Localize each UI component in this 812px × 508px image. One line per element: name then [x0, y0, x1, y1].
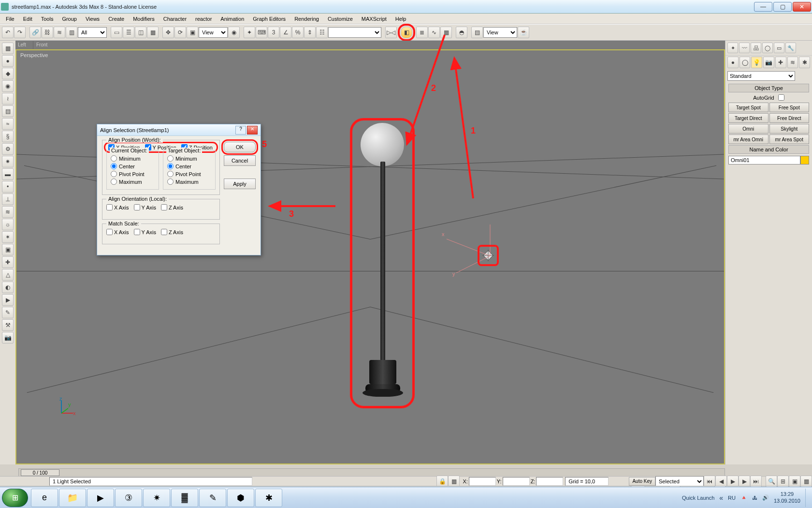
free-spot-button[interactable]: Free Spot — [769, 103, 810, 112]
keyboard-shortcut-icon[interactable]: ⌨ — [256, 27, 267, 38]
menu-create[interactable]: Create — [104, 15, 128, 23]
name-color-rollout[interactable]: Name and Color — [728, 145, 809, 154]
scale-x-checkbox[interactable]: X Axis — [106, 229, 129, 235]
schematic-view-icon[interactable]: ▦ — [440, 27, 452, 38]
ok-button[interactable]: OK — [224, 142, 256, 152]
select-object-icon[interactable]: ▭ — [111, 27, 122, 38]
hierarchy-tab-icon[interactable]: 品 — [751, 43, 761, 53]
display-tab-icon[interactable]: ▭ — [774, 43, 784, 53]
orient-z-checkbox[interactable]: Z Axis — [161, 204, 183, 210]
menu-help[interactable]: Help — [392, 15, 410, 23]
target-pivot-radio[interactable]: Pivot Point — [167, 171, 211, 177]
render-type-dropdown[interactable]: View — [483, 27, 517, 38]
curve-editor-icon[interactable]: ∿ — [428, 27, 440, 38]
object-color-swatch[interactable] — [800, 156, 809, 164]
link-icon[interactable]: 🔗 — [29, 27, 41, 38]
spacewarps-cat-icon[interactable]: ≋ — [787, 57, 798, 68]
zoom-icon[interactable]: 🔍 — [766, 476, 777, 487]
zoom-extents-all-icon[interactable]: ▦ — [800, 476, 812, 487]
minimize-button[interactable]: — — [754, 2, 772, 12]
menu-reactor[interactable]: reactor — [191, 15, 216, 23]
absolute-transform-icon[interactable]: ▦ — [448, 476, 460, 487]
select-move-icon[interactable]: ✥ — [162, 27, 174, 38]
target-maximum-radio[interactable]: Maximum — [167, 179, 211, 185]
quick-launch-label[interactable]: Quick Launch — [682, 495, 714, 501]
orient-y-checkbox[interactable]: Y Axis — [134, 204, 156, 210]
tray-clock[interactable]: 13:29 13.09.2010 — [774, 491, 800, 504]
edit-named-sel-icon[interactable]: ☷ — [316, 27, 328, 38]
current-maximum-radio[interactable]: Maximum — [111, 179, 155, 185]
menu-edit[interactable]: Edit — [19, 15, 36, 23]
zoom-all-icon[interactable]: ⊞ — [777, 476, 789, 487]
helpers-cat-icon[interactable]: ✚ — [775, 57, 786, 68]
next-frame-icon[interactable]: ▶ — [739, 476, 750, 487]
apply-button[interactable]: Apply — [224, 179, 256, 189]
scale-z-checkbox[interactable]: Z Axis — [161, 229, 183, 235]
quick-render-icon[interactable]: ☕ — [518, 27, 529, 38]
geometry-cat-icon[interactable]: ● — [727, 57, 739, 68]
reactor-analyze-icon[interactable]: ✎ — [2, 307, 14, 318]
reactor-car-icon[interactable]: ▣ — [2, 244, 14, 255]
redo-icon[interactable]: ↷ — [14, 27, 26, 38]
bind-spacewarp-icon[interactable]: ≋ — [54, 27, 65, 38]
unlink-icon[interactable]: ⛓ — [42, 27, 53, 38]
selection-filter-dropdown[interactable]: All — [78, 27, 107, 38]
close-button[interactable]: ✕ — [793, 2, 811, 12]
menu-animation[interactable]: Animation — [217, 15, 248, 23]
omni-light-gizmo[interactable] — [482, 250, 494, 261]
free-direct-button[interactable]: Free Direct — [769, 113, 810, 123]
use-pivot-icon[interactable]: ◉ — [228, 27, 240, 38]
reactor-ragdoll-icon[interactable]: ✚ — [2, 256, 14, 268]
current-center-radio[interactable]: Center — [111, 163, 155, 169]
reactor-wind-icon[interactable]: ≋ — [2, 206, 14, 218]
select-rotate-icon[interactable]: ⟳ — [174, 27, 186, 38]
dialog-help-button[interactable]: ? — [235, 126, 246, 134]
show-desktop-button[interactable] — [805, 489, 810, 507]
task-app6-icon[interactable]: ✱ — [255, 489, 282, 507]
lock-selection-icon[interactable]: 🔒 — [436, 476, 448, 487]
current-pivot-radio[interactable]: Pivot Point — [111, 171, 155, 177]
target-minimum-radio[interactable]: Minimum — [167, 155, 211, 162]
mr-area-omni-button[interactable]: mr Area Omni — [728, 134, 768, 144]
tray-lang[interactable]: RU — [728, 495, 736, 501]
menu-tools[interactable]: Tools — [37, 15, 58, 23]
task-app4-icon[interactable]: ✎ — [199, 489, 226, 507]
reactor-box-icon[interactable]: ▦ — [2, 43, 14, 54]
reactor-lsolver-icon[interactable]: ◐ — [2, 282, 14, 293]
spinner-snap-icon[interactable]: ⇕ — [304, 27, 316, 38]
dialog-close-button[interactable]: ✕ — [247, 126, 258, 134]
task-explorer-icon[interactable]: 📁 — [59, 489, 86, 507]
orient-x-checkbox[interactable]: X Axis — [106, 204, 129, 210]
reactor-spring-icon[interactable]: § — [2, 131, 14, 142]
reactor-constraint-icon[interactable]: ⚙ — [2, 143, 14, 155]
z-input[interactable] — [536, 477, 563, 486]
task-3dsmax-icon[interactable]: ③ — [115, 489, 142, 507]
cancel-button[interactable]: Cancel — [224, 155, 256, 166]
omni-button[interactable]: Omni — [728, 124, 768, 134]
systems-cat-icon[interactable]: ✱ — [799, 57, 810, 68]
render-scene-icon[interactable]: ▤ — [471, 27, 483, 38]
object-name-input[interactable] — [728, 156, 800, 164]
key-mode-dropdown[interactable]: Selected — [655, 476, 704, 487]
select-scale-icon[interactable]: ▣ — [187, 27, 198, 38]
viewport-front-label[interactable]: Front — [33, 41, 725, 49]
material-editor-icon[interactable]: ◓ — [456, 27, 467, 38]
motion-tab-icon[interactable]: ◯ — [762, 43, 773, 53]
reactor-water-icon[interactable]: ≈ — [2, 118, 14, 130]
task-media-icon[interactable]: ▶ — [87, 489, 114, 507]
current-minimum-radio[interactable]: Minimum — [111, 155, 155, 162]
layer-manager-icon[interactable]: ≣ — [416, 27, 428, 38]
mr-area-spot-button[interactable]: mr Area Spot — [769, 134, 810, 144]
play-icon[interactable]: ▶ — [727, 476, 739, 487]
target-center-radio[interactable]: Center — [167, 163, 211, 169]
x-input[interactable] — [469, 477, 496, 486]
object-type-rollout[interactable]: Object Type — [728, 84, 809, 92]
tray-network-icon[interactable]: 🖧 — [752, 495, 757, 501]
menu-rendering[interactable]: Rendering — [290, 15, 323, 23]
selection-filter-icon[interactable]: ▥ — [66, 27, 77, 38]
scale-y-checkbox[interactable]: Y Axis — [134, 229, 156, 235]
modify-tab-icon[interactable]: 〰 — [739, 43, 750, 53]
reactor-fracture-icon[interactable]: ✶ — [2, 231, 14, 243]
tray-flag-icon[interactable]: 🔺 — [740, 494, 747, 501]
percent-snap-icon[interactable]: % — [292, 27, 304, 38]
